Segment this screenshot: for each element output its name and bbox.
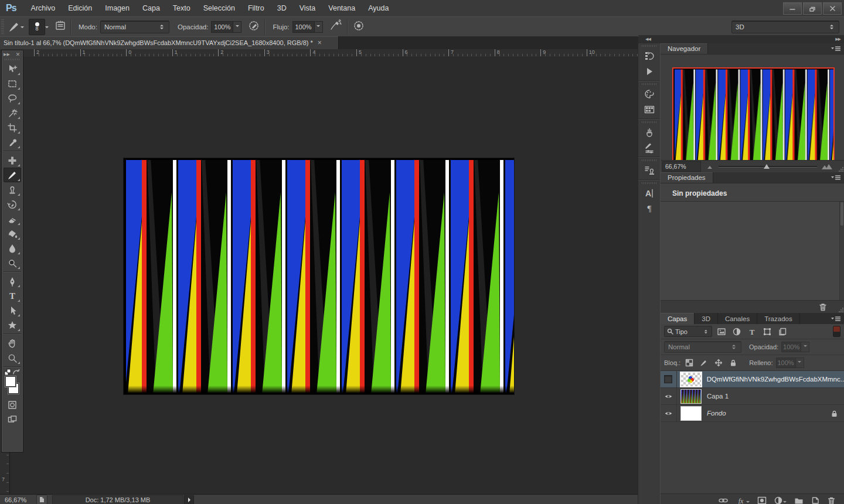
history-panel-icon[interactable] bbox=[638, 49, 660, 64]
brush-size-caret[interactable] bbox=[45, 26, 49, 30]
layer-row-fondo[interactable]: Fondo bbox=[661, 405, 844, 422]
brush-panel-icon[interactable] bbox=[638, 140, 660, 155]
magic-wand-tool[interactable] bbox=[4, 105, 21, 120]
zoom-tool[interactable] bbox=[4, 350, 21, 365]
layer-thumbnail[interactable] bbox=[681, 407, 701, 420]
menu-item[interactable]: 3D bbox=[271, 0, 293, 16]
crop-tool[interactable] bbox=[4, 120, 21, 135]
layer-thumbnail[interactable] bbox=[681, 373, 701, 386]
pressure-size-button[interactable] bbox=[352, 19, 365, 35]
canvas-pasteboard[interactable] bbox=[0, 57, 638, 494]
collapse-panels-icon[interactable]: ◀◀ bbox=[645, 37, 651, 42]
options-bar-gripper[interactable] bbox=[1, 19, 4, 35]
menu-item[interactable]: Edición bbox=[62, 0, 98, 16]
dropdown-arrow[interactable] bbox=[801, 342, 809, 352]
opacity-field[interactable]: 100% bbox=[211, 21, 241, 33]
panel-gripper[interactable] bbox=[642, 182, 656, 184]
layer-blend-mode-select[interactable]: Normal bbox=[664, 341, 741, 353]
tab-canales[interactable]: Canales bbox=[718, 313, 757, 324]
filter-image-layers-button[interactable] bbox=[716, 326, 727, 336]
tab-3d[interactable]: 3D bbox=[695, 313, 718, 324]
flow-field[interactable]: 100% bbox=[292, 21, 323, 33]
brush-tool[interactable] bbox=[4, 168, 21, 182]
status-options-arrow[interactable] bbox=[184, 495, 194, 504]
filter-shape-layers-button[interactable] bbox=[761, 326, 773, 336]
filter-toggle-switch[interactable] bbox=[833, 326, 840, 337]
tab-propiedades[interactable]: Propiedades bbox=[661, 172, 713, 183]
restore-button[interactable] bbox=[803, 2, 822, 15]
panel-menu-icon[interactable] bbox=[831, 175, 841, 181]
eyedropper-tool[interactable] bbox=[4, 135, 21, 149]
network-status-icon[interactable] bbox=[36, 495, 47, 504]
resize-grip[interactable] bbox=[838, 166, 843, 172]
eye-icon[interactable] bbox=[664, 410, 673, 417]
navigator-proxy-view[interactable] bbox=[672, 67, 835, 167]
rectangular-marquee-tool[interactable] bbox=[4, 76, 21, 91]
visibility-cell[interactable] bbox=[661, 405, 677, 421]
menu-item[interactable]: Imagen bbox=[98, 0, 136, 16]
clone-stamp-tool[interactable] bbox=[4, 182, 21, 197]
lasso-tool[interactable] bbox=[4, 91, 21, 105]
menu-item[interactable]: Selección bbox=[197, 0, 241, 16]
panel-gripper[interactable] bbox=[642, 83, 656, 85]
menu-item[interactable]: Archivo bbox=[25, 0, 62, 16]
panel-menu-icon[interactable] bbox=[831, 316, 841, 322]
lock-position-button[interactable] bbox=[713, 358, 724, 368]
canvas-artwork[interactable] bbox=[124, 158, 514, 394]
layer-filter-type-select[interactable]: Tipo bbox=[664, 326, 712, 337]
document-tab[interactable]: Sin título-1 al 66,7% (DQmWfGfiNhVNk9Zwh… bbox=[0, 36, 339, 49]
paragraph-panel-icon[interactable]: ¶ bbox=[638, 201, 660, 216]
slider-thumb[interactable] bbox=[764, 164, 770, 169]
scrollbar[interactable] bbox=[839, 202, 844, 300]
hand-tool[interactable] bbox=[4, 336, 21, 350]
path-selection-tool[interactable] bbox=[4, 303, 21, 318]
new-layer-icon[interactable] bbox=[811, 496, 819, 504]
trash-icon[interactable] bbox=[818, 302, 828, 312]
quick-mask-button[interactable] bbox=[4, 397, 21, 412]
layer-fill-field[interactable]: 100% bbox=[776, 357, 804, 368]
navigator-zoom-slider[interactable] bbox=[719, 163, 817, 170]
delete-layer-icon[interactable] bbox=[827, 496, 836, 504]
close-button[interactable] bbox=[823, 2, 842, 15]
layer-row-smart-object[interactable]: DQmWfGfiNhVNk9ZwhgdBWsFcdabXMmnc... bbox=[661, 371, 844, 388]
layer-name[interactable]: Capa 1 bbox=[707, 393, 729, 400]
clone-source-panel-icon[interactable] bbox=[638, 163, 660, 178]
menu-item[interactable]: Ventana bbox=[322, 0, 362, 16]
new-group-icon[interactable] bbox=[794, 496, 804, 504]
add-layer-mask-icon[interactable] bbox=[757, 496, 767, 504]
status-zoom-field[interactable]: 66,67% bbox=[5, 496, 30, 503]
brush-preset-picker[interactable] bbox=[8, 21, 24, 33]
filter-type-layers-button[interactable]: T bbox=[746, 326, 758, 336]
panel-gripper[interactable] bbox=[642, 121, 656, 123]
swatches-panel-icon[interactable] bbox=[638, 102, 660, 117]
lock-transparent-pixels-button[interactable] bbox=[683, 358, 695, 368]
default-colors-icon[interactable] bbox=[4, 369, 12, 376]
expand-panels-icon[interactable]: ▶▶ bbox=[835, 37, 840, 42]
minimize-button[interactable] bbox=[783, 2, 802, 15]
flow-dropdown-arrow[interactable] bbox=[315, 21, 323, 33]
menu-item[interactable]: Ayuda bbox=[362, 0, 395, 16]
resize-grip[interactable] bbox=[838, 307, 843, 312]
link-layers-icon[interactable] bbox=[718, 496, 729, 504]
airbrush-opacity-pressure-button[interactable] bbox=[247, 19, 260, 35]
new-adjustment-layer-button[interactable] bbox=[774, 496, 787, 504]
dropdown-arrow[interactable] bbox=[796, 357, 804, 368]
visibility-checkbox-empty[interactable] bbox=[664, 375, 672, 383]
blend-mode-select[interactable]: Normal bbox=[100, 21, 169, 33]
toggle-brush-panel-button[interactable] bbox=[55, 20, 66, 34]
menu-item[interactable]: Texto bbox=[166, 0, 197, 16]
actions-panel-icon[interactable] bbox=[638, 64, 660, 79]
layer-style-button[interactable]: fx bbox=[736, 496, 750, 504]
expand-panel-icon[interactable]: ▶▶ bbox=[4, 52, 10, 57]
foreground-color-swatch[interactable] bbox=[5, 376, 16, 387]
screen-mode-button[interactable] bbox=[4, 412, 21, 427]
panel-menu-icon[interactable] bbox=[831, 46, 841, 52]
document-size-field[interactable]: Doc: 1,72 MB/3,13 MB bbox=[52, 495, 183, 504]
navigator-zoom-field[interactable]: 66,67% bbox=[662, 161, 701, 172]
layer-thumbnail[interactable] bbox=[681, 390, 701, 403]
panel-gripper[interactable] bbox=[642, 45, 656, 47]
filter-smart-object-layers-button[interactable] bbox=[777, 326, 788, 336]
move-tool[interactable] bbox=[4, 62, 21, 76]
healing-brush-tool[interactable] bbox=[4, 153, 21, 168]
close-panel-icon[interactable]: ✕ bbox=[16, 52, 21, 57]
